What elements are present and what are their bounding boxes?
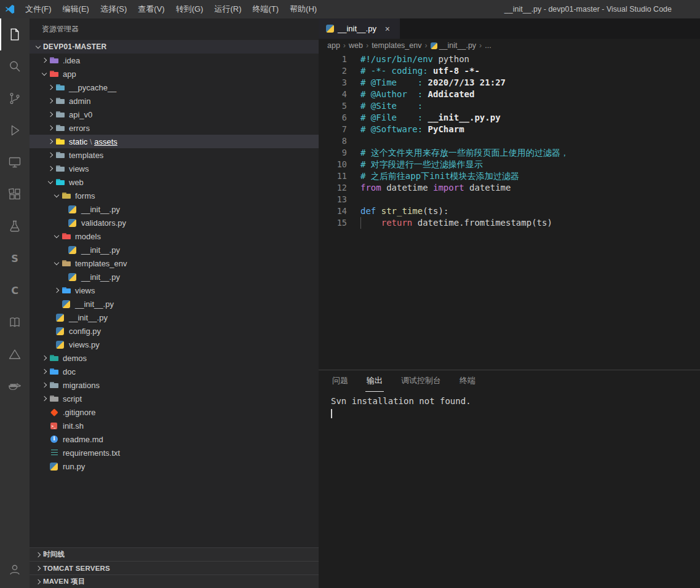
- panel-tab-debug-console[interactable]: 调试控制台: [400, 370, 442, 392]
- tree-item-validators-py[interactable]: validators.py: [30, 216, 319, 229]
- tree-item-admin[interactable]: admin: [30, 94, 319, 108]
- run-debug-icon[interactable]: [0, 114, 30, 146]
- item-label: requirements.txt: [63, 448, 120, 458]
- tree-root-devp01-master[interactable]: DEVP01-MASTER: [30, 40, 319, 54]
- breadcrumb-more[interactable]: ...: [485, 41, 491, 50]
- menu-file[interactable]: 文件(F): [20, 0, 57, 18]
- tree-item-gitignore[interactable]: .gitignore: [30, 405, 319, 419]
- tree-item-web[interactable]: web: [30, 175, 319, 189]
- tree-item-init-py[interactable]: __init__.py: [30, 243, 319, 256]
- s-extension-icon[interactable]: S: [0, 242, 30, 274]
- extensions-icon[interactable]: [0, 178, 30, 210]
- indent-space: [46, 311, 55, 324]
- tree-item-requirements-txt[interactable]: requirements.txt: [30, 446, 319, 459]
- code-line: 7# @Software: PyCharm: [319, 124, 700, 135]
- testing-icon[interactable]: [0, 210, 30, 242]
- remote-explorer-icon[interactable]: [0, 146, 30, 178]
- code-line: 1#!/usr/bin/env python: [319, 54, 700, 65]
- book-extension-icon[interactable]: [0, 306, 30, 338]
- panel-tab-terminal[interactable]: 终端: [458, 370, 477, 392]
- svg-text:S: S: [11, 253, 18, 264]
- tree-item-demos[interactable]: demos: [30, 351, 319, 365]
- tree-item-idea[interactable]: .idea: [30, 54, 319, 67]
- search-icon[interactable]: [0, 50, 30, 82]
- panel-tab-output[interactable]: 输出: [365, 370, 384, 392]
- section-timeline[interactable]: 时间线: [30, 547, 319, 561]
- tree-item-init-py[interactable]: __init__.py: [30, 311, 319, 324]
- section-label: MAVEN 项目: [43, 577, 85, 586]
- item-label: views: [69, 164, 89, 173]
- tree-item-models[interactable]: models: [30, 229, 319, 243]
- menu-edit[interactable]: 编辑(E): [57, 0, 95, 18]
- tree-item-init-py[interactable]: __init__.py: [30, 270, 319, 284]
- code-editor[interactable]: 1#!/usr/bin/env python2# -*- coding: utf…: [319, 52, 700, 370]
- tree-item-config-py[interactable]: config.py: [30, 324, 319, 338]
- menu-goto[interactable]: 转到(G): [170, 0, 209, 18]
- breadcrumb-templates-env[interactable]: templates_env: [372, 41, 421, 50]
- python-icon: [68, 205, 76, 213]
- folder-icon: [62, 231, 71, 241]
- tree-item-migrations[interactable]: migrations: [30, 378, 319, 392]
- menu-view[interactable]: 查看(V): [132, 0, 170, 18]
- breadcrumb-web[interactable]: web: [349, 41, 363, 50]
- menu-selection[interactable]: 选择(S): [95, 0, 132, 18]
- tree-item-views-py[interactable]: views.py: [30, 338, 319, 351]
- item-label: app: [63, 70, 76, 79]
- tree-item-app[interactable]: app: [30, 67, 319, 81]
- breadcrumb-app[interactable]: app: [327, 41, 340, 50]
- breadcrumb-separator-icon: ›: [343, 41, 346, 50]
- account-icon[interactable]: [0, 554, 30, 586]
- item-label: init.sh: [63, 421, 84, 431]
- tree-item-init-sh[interactable]: init.sh: [30, 419, 319, 432]
- code-text: [347, 135, 360, 147]
- tree-item-views[interactable]: views: [30, 284, 319, 297]
- terminal-icon: [49, 421, 59, 431]
- menu-help[interactable]: 帮助(H): [284, 0, 322, 18]
- tab-init-py[interactable]: __init__.py ×: [319, 18, 400, 39]
- line-number: 11: [319, 170, 347, 182]
- chevron-down-icon: [46, 175, 55, 189]
- item-label: validators.py: [81, 218, 126, 228]
- triangle-extension-icon[interactable]: [0, 338, 30, 370]
- code-text: # -*- coding: utf-8 -*-: [347, 65, 480, 77]
- section-maven-projects[interactable]: MAVEN 项目: [30, 574, 319, 588]
- source-control-icon[interactable]: [0, 82, 30, 114]
- item-label: .gitignore: [63, 408, 95, 417]
- chevron-down-icon: [52, 256, 62, 270]
- code-text: # @Author : Addicated: [347, 89, 474, 100]
- python-icon: [56, 327, 64, 335]
- tree-item-run-py[interactable]: run.py: [30, 459, 319, 473]
- tree-item-pycache[interactable]: __pycache__: [30, 81, 319, 94]
- window-title: __init__.py - devp01-master - Visual Stu…: [504, 5, 672, 14]
- breadcrumb-init-py[interactable]: __init__.py: [431, 41, 476, 50]
- tree-item-api-v0[interactable]: api_v0: [30, 108, 319, 121]
- tree-item-templates-env[interactable]: templates_env: [30, 256, 319, 270]
- tree-item-readme-md[interactable]: readme.md: [30, 432, 319, 446]
- tree-item-init-py[interactable]: __init__.py: [30, 297, 319, 311]
- section-tomcat-servers[interactable]: TOMCAT SERVERS: [30, 561, 319, 574]
- item-label: admin: [69, 97, 90, 106]
- close-icon[interactable]: ×: [383, 24, 392, 34]
- tree-item-script[interactable]: script: [30, 392, 319, 405]
- menu-run[interactable]: 运行(R): [209, 0, 247, 18]
- indent-space: [39, 459, 49, 473]
- tree-item-errors[interactable]: errors: [30, 121, 319, 135]
- chevron-right-icon: [39, 392, 49, 405]
- code-text: #!/usr/bin/env python: [347, 54, 469, 65]
- explorer-icon[interactable]: [0, 18, 30, 50]
- code-text: [347, 194, 360, 205]
- panel-tab-problems[interactable]: 问题: [331, 370, 349, 392]
- python-icon: [68, 273, 76, 281]
- item-label: templates_env: [75, 259, 127, 268]
- tree-item-doc[interactable]: doc: [30, 365, 319, 378]
- tree-item-templates[interactable]: templates: [30, 148, 319, 162]
- tree-item-init-py[interactable]: __init__.py: [30, 202, 319, 216]
- c-extension-icon[interactable]: C: [0, 274, 30, 306]
- tree-item-static-assets[interactable]: static \ assets: [30, 135, 319, 148]
- tree-item-forms[interactable]: forms: [30, 189, 319, 202]
- menu-terminal[interactable]: 终端(T): [247, 0, 284, 18]
- section-label: 时间线: [43, 550, 65, 559]
- chevron-right-icon: [46, 135, 55, 148]
- tree-item-views[interactable]: views: [30, 162, 319, 175]
- docker-icon[interactable]: [0, 370, 30, 402]
